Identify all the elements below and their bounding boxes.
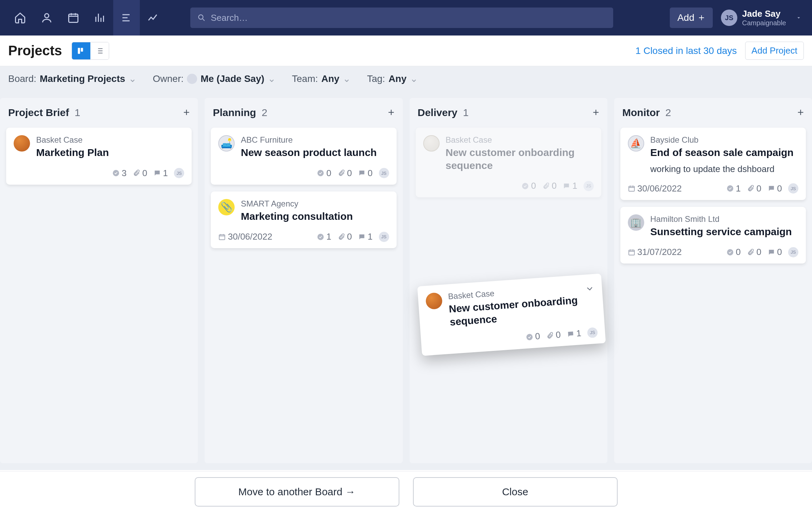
add-project-button[interactable]: Add Project	[745, 42, 804, 60]
column-title: Project Brief 1	[8, 107, 80, 118]
filter-owner[interactable]: Owner: Me (Jade Say) ⌄	[153, 73, 276, 84]
filter-team-value: Any	[321, 73, 339, 84]
attachments-stat: 0	[338, 168, 352, 179]
column-header: Project Brief 1+	[6, 104, 192, 128]
attachments-stat: 0	[747, 183, 761, 194]
svg-rect-10	[629, 186, 635, 191]
date-stat: 30/06/2022	[628, 183, 682, 194]
chevron-down-icon	[796, 15, 802, 21]
filters-bar: Board: Marketing Projects ⌄ Owner: Me (J…	[0, 66, 812, 91]
person-icon[interactable]	[33, 0, 60, 35]
card-note: working to update the dshboard	[650, 164, 798, 174]
owner-avatar-icon	[187, 74, 197, 84]
assignee-avatar: JS	[788, 183, 798, 194]
card-name: New season product launch	[241, 146, 389, 159]
svg-point-5	[113, 170, 119, 176]
column-title: Delivery 1	[418, 107, 469, 118]
card-client: ABC Furniture	[241, 135, 389, 145]
date-stat: 30/06/2022	[218, 231, 272, 242]
user-menu[interactable]: JS Jade Say Campaignable	[721, 9, 805, 27]
client-icon: 🛋️	[218, 135, 235, 152]
chevron-down-icon: ⌄	[268, 73, 276, 84]
card-name: Marketing consultation	[241, 210, 389, 223]
filter-board-value: Marketing Projects	[40, 73, 126, 84]
column-count: 1	[463, 107, 469, 118]
card-client: Basket Case	[36, 135, 184, 145]
column-header: Monitor 2+	[620, 104, 806, 128]
project-card[interactable]: Basket CaseMarketing Plan301JS	[6, 128, 192, 185]
card-name: New customer onboarding sequence	[446, 146, 594, 172]
project-card[interactable]: 🛋️ABC FurnitureNew season product launch…	[211, 128, 396, 185]
filter-tag[interactable]: Tag: Any ⌄	[367, 73, 418, 84]
board-view-button[interactable]	[72, 42, 90, 59]
list-view-button[interactable]	[90, 42, 109, 59]
add-card-button[interactable]: +	[183, 106, 190, 119]
add-card-button[interactable]: +	[593, 106, 599, 119]
dragging-card[interactable]: Basket Case New customer onboarding sequ…	[417, 273, 606, 356]
board-icon[interactable]	[113, 0, 140, 35]
checks-stat: 0	[521, 181, 536, 191]
attachments-stat: 0	[338, 231, 352, 242]
add-button[interactable]: Add	[670, 8, 713, 28]
card-name: Sunsetting service campaign	[650, 225, 798, 238]
view-toggle	[72, 42, 109, 60]
column-title: Monitor 2	[622, 107, 671, 118]
filter-owner-label: Owner:	[153, 73, 183, 84]
project-card[interactable]: 📎SMART AgencyMarketing consultation30/06…	[211, 191, 396, 248]
action-bar: Move to another Board → Close	[0, 471, 812, 512]
client-icon: 🏢	[628, 214, 644, 231]
card-name: Marketing Plan	[36, 146, 184, 159]
avatar: JS	[721, 10, 737, 26]
project-card[interactable]: ⛵Bayside ClubEnd of season sale campaign…	[620, 128, 806, 200]
filter-board[interactable]: Board: Marketing Projects ⌄	[8, 73, 136, 84]
comments-stat: 1	[358, 231, 372, 242]
stats-icon[interactable]	[87, 0, 113, 35]
closed-link[interactable]: 1 Closed in last 30 days	[635, 45, 737, 56]
svg-point-0	[45, 14, 49, 18]
add-button-label: Add	[677, 12, 694, 23]
filter-tag-value: Any	[388, 73, 407, 84]
column-count: 2	[665, 107, 671, 118]
card-client: Bayside Club	[650, 135, 798, 145]
comments-stat: 1	[563, 181, 577, 191]
comments-stat: 0	[768, 183, 782, 194]
assignee-avatar: JS	[587, 327, 598, 338]
attachments-stat: 0	[747, 247, 761, 257]
add-card-button[interactable]: +	[388, 106, 395, 119]
page-title: Projects	[8, 43, 62, 58]
attachments-stat: 0	[542, 181, 557, 191]
comments-stat: 1	[566, 328, 582, 340]
filter-board-label: Board:	[8, 73, 36, 84]
checks-stat: 1	[726, 183, 741, 194]
board-column: Monitor 2+⛵Bayside ClubEnd of season sal…	[614, 98, 812, 463]
search-icon	[197, 13, 206, 22]
svg-point-13	[727, 249, 733, 255]
move-board-button[interactable]: Move to another Board →	[195, 477, 399, 507]
comments-stat: 0	[358, 168, 372, 179]
checks-stat: 0	[726, 247, 741, 257]
page-header: Projects 1 Closed in last 30 days Add Pr…	[0, 35, 812, 66]
close-button[interactable]: Close	[413, 477, 618, 507]
chevron-down-icon	[585, 284, 595, 294]
column-count: 1	[75, 107, 80, 118]
attachments-stat: 0	[546, 329, 561, 341]
add-card-button[interactable]: +	[797, 106, 804, 119]
calendar-icon[interactable]	[60, 0, 87, 35]
filter-tag-label: Tag:	[367, 73, 385, 84]
column-count: 2	[262, 107, 267, 118]
nav-right: Add JS Jade Say Campaignable	[670, 8, 805, 28]
user-org: Campaignable	[742, 19, 786, 27]
home-icon[interactable]	[7, 0, 33, 35]
checks-stat: 3	[112, 168, 127, 179]
header-right: 1 Closed in last 30 days Add Project	[635, 42, 804, 60]
search-input[interactable]	[190, 8, 613, 28]
checks-stat: 1	[317, 231, 331, 242]
svg-rect-1	[69, 14, 78, 23]
filter-team[interactable]: Team: Any ⌄	[292, 73, 351, 84]
project-card[interactable]: Basket CaseNew customer onboarding seque…	[416, 128, 601, 197]
nav-icon-group	[7, 0, 166, 35]
kanban-board: Project Brief 1+Basket CaseMarketing Pla…	[0, 91, 812, 470]
trend-icon[interactable]	[140, 0, 166, 35]
project-card[interactable]: 🏢Hamilton Smith LtdSunsetting service ca…	[620, 207, 806, 264]
column-title: Planning 2	[213, 107, 267, 118]
